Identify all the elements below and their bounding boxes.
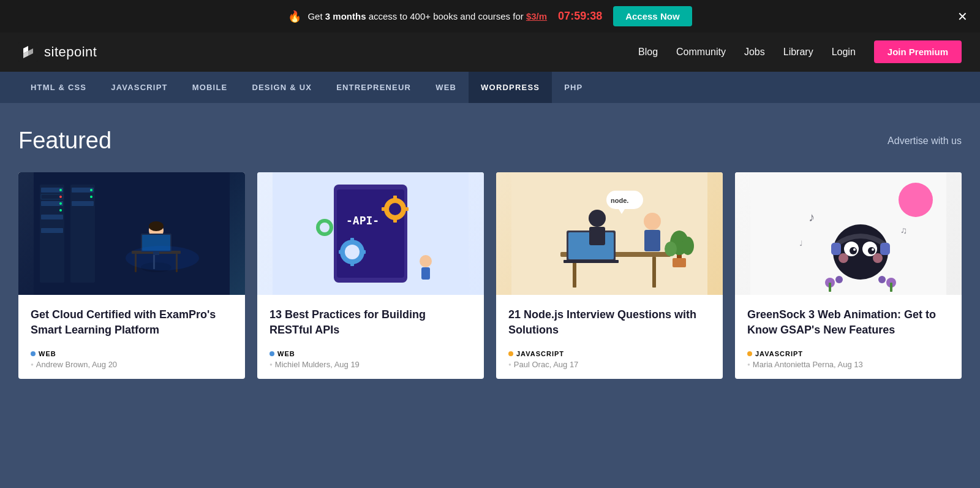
svg-text:♩: ♩ <box>799 239 803 248</box>
svg-rect-9 <box>41 228 63 233</box>
category-nav: HTML & CSS JAVASCRIPT MOBILE DESIGN & UX… <box>0 72 980 103</box>
cat-web[interactable]: WEB <box>423 72 469 103</box>
cat-mobile[interactable]: MOBILE <box>180 72 240 103</box>
svg-point-90 <box>835 276 843 283</box>
svg-point-11 <box>59 196 62 198</box>
svg-point-39 <box>389 203 401 215</box>
svg-rect-64 <box>644 230 660 251</box>
logo-text: sitepoint <box>44 44 97 60</box>
svg-point-83 <box>872 248 874 251</box>
banner-close-button[interactable]: ✕ <box>957 10 968 23</box>
card-1-category: WEB <box>31 350 233 357</box>
cat-wordpress[interactable]: WORDPRESS <box>469 72 552 103</box>
nav-login[interactable]: Login <box>832 47 856 57</box>
cards-grid: Get Cloud Certified with ExamPro's Smart… <box>18 172 962 379</box>
card-4[interactable]: ♪ ♫ ♩ GreenSock 3 Web Animation: Get to … <box>735 172 962 379</box>
svg-rect-43 <box>404 207 409 211</box>
card-4-image: ♪ ♫ ♩ <box>735 172 962 295</box>
svg-point-33 <box>126 246 199 270</box>
top-banner: 🔥 Get 3 months access to 400+ books and … <box>0 0 980 32</box>
join-premium-button[interactable]: Join Premium <box>874 40 962 63</box>
svg-point-75 <box>833 224 888 280</box>
svg-point-19 <box>90 189 92 191</box>
card-1-title: Get Cloud Certified with ExamPro's Smart… <box>31 307 233 338</box>
card-1-meta: WEB Andrew Brown, Aug 20 <box>31 350 233 369</box>
card-1-body: Get Cloud Certified with ExamPro's Smart… <box>18 295 245 379</box>
card-2-author: Michiel Mulders, Aug 19 <box>270 360 472 369</box>
svg-point-10 <box>59 189 62 191</box>
card-3-image: node. <box>496 172 723 295</box>
nav-library[interactable]: Library <box>783 47 813 57</box>
card-2-body: 13 Best Practices for Building RESTful A… <box>257 295 484 379</box>
svg-rect-60 <box>564 260 619 263</box>
svg-point-80 <box>850 247 857 254</box>
card-1-image <box>18 172 245 295</box>
advertise-link[interactable]: Advertise with us <box>888 135 962 147</box>
card-2[interactable]: -API- <box>257 172 484 379</box>
nav-blog[interactable]: Blog <box>638 47 658 57</box>
svg-rect-53 <box>421 267 430 280</box>
svg-point-70 <box>665 242 677 256</box>
svg-rect-46 <box>350 238 354 243</box>
svg-point-45 <box>345 245 360 259</box>
card-2-cat-label: WEB <box>277 350 295 357</box>
featured-title: Featured <box>18 128 111 154</box>
svg-point-92 <box>878 276 886 283</box>
svg-point-52 <box>420 255 432 267</box>
svg-rect-18 <box>72 208 94 213</box>
cat-design-ux[interactable]: DESIGN & UX <box>239 72 324 103</box>
svg-rect-47 <box>350 261 354 266</box>
svg-rect-76 <box>831 243 841 255</box>
svg-rect-77 <box>880 243 890 255</box>
svg-rect-17 <box>72 201 94 206</box>
card-3[interactable]: node. 21 Node.js Interview Questions wit… <box>496 172 723 379</box>
card-1-cat-label: WEB <box>39 350 56 357</box>
card-4-body: GreenSock 3 Web Animation: Get to Know G… <box>735 295 962 379</box>
card-3-title: 21 Node.js Interview Questions with Solu… <box>508 307 710 338</box>
svg-rect-49 <box>361 250 366 254</box>
svg-rect-8 <box>41 221 63 226</box>
card-2-title: 13 Best Practices for Building RESTful A… <box>270 307 472 338</box>
card-3-meta: JAVASCRIPT Paul Orac, Aug 17 <box>508 350 710 369</box>
card-1-cat-dot <box>31 351 36 356</box>
cat-entrepreneur[interactable]: ENTREPRENEUR <box>324 72 423 103</box>
card-3-category: JAVASCRIPT <box>508 350 710 357</box>
banner-price: $3/m <box>526 11 547 21</box>
card-3-author: Paul Orac, Aug 17 <box>508 360 710 369</box>
card-2-meta: WEB Michiel Mulders, Aug 19 <box>270 350 472 369</box>
navbar: sitepoint Blog Community Jobs Library Lo… <box>0 32 980 72</box>
svg-text:-API-: -API- <box>346 214 379 227</box>
card-3-cat-dot <box>508 351 513 356</box>
logo[interactable]: sitepoint <box>18 42 97 62</box>
access-now-button[interactable]: Access Now <box>613 6 692 26</box>
card-3-cat-label: JAVASCRIPT <box>516 350 564 357</box>
svg-point-81 <box>868 247 875 254</box>
card-1[interactable]: Get Cloud Certified with ExamPro's Smart… <box>18 172 245 379</box>
countdown-timer: 07:59:38 <box>558 10 602 23</box>
svg-rect-40 <box>393 196 397 200</box>
svg-point-84 <box>839 253 848 263</box>
card-4-title: GreenSock 3 Web Animation: Get to Know G… <box>747 307 949 338</box>
main-content: Featured Advertise with us <box>0 103 980 403</box>
svg-rect-62 <box>589 227 605 245</box>
cat-php[interactable]: PHP <box>552 72 595 103</box>
card-2-cat-dot <box>270 351 274 356</box>
flame-icon: 🔥 <box>288 10 301 23</box>
svg-text:♫: ♫ <box>900 225 907 235</box>
card-2-category: WEB <box>270 350 472 357</box>
svg-point-63 <box>644 213 661 230</box>
svg-rect-94 <box>890 283 892 292</box>
nav-jobs[interactable]: Jobs <box>744 47 765 57</box>
cat-javascript[interactable]: JAVASCRIPT <box>99 72 179 103</box>
cat-html-css[interactable]: HTML & CSS <box>18 72 99 103</box>
banner-text: Get 3 months access to 400+ books and co… <box>307 11 547 21</box>
svg-point-71 <box>682 237 694 255</box>
card-4-author: Maria Antonietta Perna, Aug 13 <box>747 360 949 369</box>
card-1-author: Andrew Brown, Aug 20 <box>31 360 233 369</box>
card-4-meta: JAVASCRIPT Maria Antonietta Perna, Aug 1… <box>747 350 949 369</box>
svg-rect-93 <box>829 283 831 292</box>
nav-community[interactable]: Community <box>676 47 726 57</box>
svg-point-51 <box>320 223 330 232</box>
svg-rect-48 <box>339 250 344 254</box>
card-2-image: -API- <box>257 172 484 295</box>
